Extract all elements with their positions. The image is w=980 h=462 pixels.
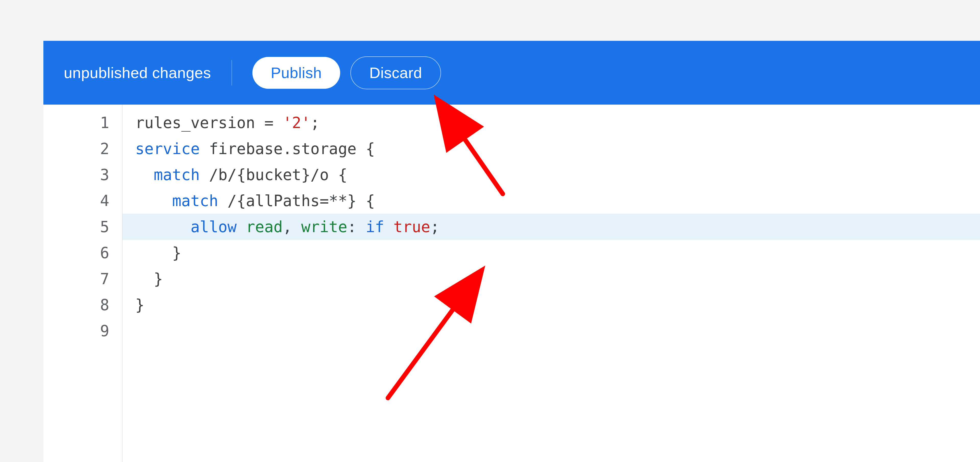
rules-toolbar: unpublished changes Publish Discard xyxy=(43,41,980,105)
line-number: 2 xyxy=(43,136,109,162)
code-line[interactable]: } xyxy=(135,266,980,292)
line-number: 6 xyxy=(43,240,109,266)
code-editor[interactable]: 123456789 rules_version = '2';service fi… xyxy=(43,105,980,462)
rules-panel: unpublished changes Publish Discard 1234… xyxy=(43,41,980,462)
line-number: 1 xyxy=(43,110,109,136)
publish-button[interactable]: Publish xyxy=(252,57,340,89)
line-number: 9 xyxy=(43,318,109,344)
line-number: 5 xyxy=(43,214,109,240)
line-number: 3 xyxy=(43,162,109,188)
line-number-gutter: 123456789 xyxy=(43,105,123,462)
code-content[interactable]: rules_version = '2';service firebase.sto… xyxy=(123,105,980,462)
line-number: 4 xyxy=(43,188,109,214)
code-line[interactable]: } xyxy=(135,240,980,266)
line-number: 8 xyxy=(43,292,109,318)
code-line[interactable]: service firebase.storage { xyxy=(135,136,980,162)
toolbar-divider xyxy=(231,60,232,86)
app-window: unpublished changes Publish Discard 1234… xyxy=(0,0,980,462)
code-line[interactable]: rules_version = '2'; xyxy=(135,110,980,136)
code-line[interactable]: allow read, write: if true; xyxy=(123,214,980,240)
code-line[interactable]: } xyxy=(135,292,980,318)
unpublished-changes-label: unpublished changes xyxy=(64,64,211,82)
discard-button[interactable]: Discard xyxy=(350,56,441,89)
code-line[interactable]: match /b/{bucket}/o { xyxy=(135,162,980,188)
code-line[interactable]: match /{allPaths=**} { xyxy=(135,188,980,214)
code-line[interactable] xyxy=(135,318,980,344)
line-number: 7 xyxy=(43,266,109,292)
